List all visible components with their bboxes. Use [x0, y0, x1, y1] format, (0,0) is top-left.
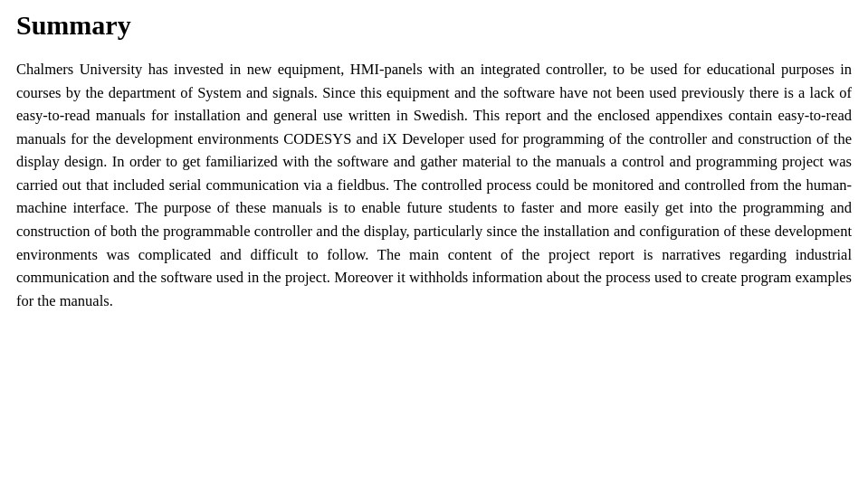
summary-paragraph-1: Chalmers University has invested in new …	[16, 58, 852, 312]
summary-body: Chalmers University has invested in new …	[16, 58, 852, 312]
page-title: Summary	[16, 9, 852, 42]
